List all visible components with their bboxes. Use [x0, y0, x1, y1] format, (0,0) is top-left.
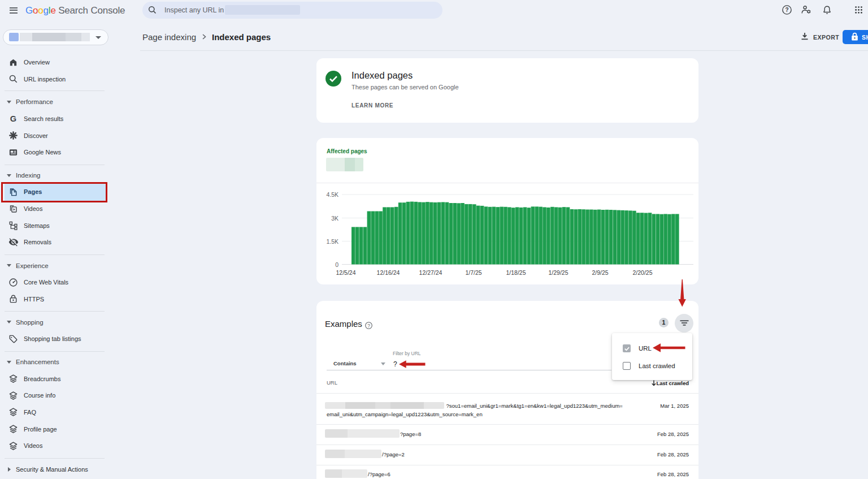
svg-text:1/29/25: 1/29/25 — [548, 269, 568, 276]
svg-text:12/27/24: 12/27/24 — [419, 269, 442, 276]
svg-text:4.5K: 4.5K — [326, 191, 338, 198]
svg-text:?: ? — [785, 7, 788, 13]
svg-text:0: 0 — [335, 261, 338, 268]
svg-text:1.5K: 1.5K — [326, 238, 338, 245]
svg-text:2/20/25: 2/20/25 — [632, 269, 652, 276]
svg-text:1/18/25: 1/18/25 — [506, 269, 526, 276]
svg-text:G: G — [10, 114, 16, 123]
svg-text:?: ? — [367, 323, 370, 329]
svg-text:3K: 3K — [331, 215, 338, 222]
svg-text:12/5/24: 12/5/24 — [336, 269, 355, 276]
svg-text:12/16/24: 12/16/24 — [377, 269, 400, 276]
svg-text:1/7/25: 1/7/25 — [465, 269, 481, 276]
svg-text:2/9/25: 2/9/25 — [592, 269, 608, 276]
